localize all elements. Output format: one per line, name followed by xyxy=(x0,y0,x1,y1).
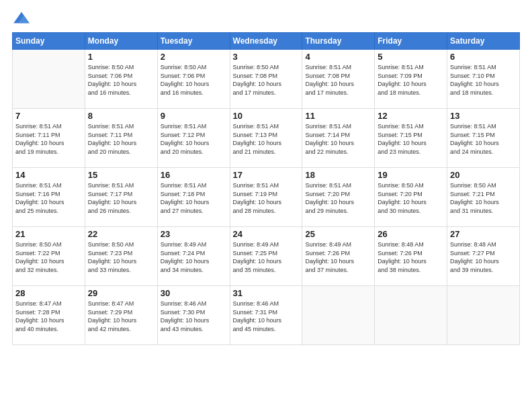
weekday-header: Monday xyxy=(85,33,157,50)
day-info: Sunrise: 8:51 AM Sunset: 7:11 PM Dayligh… xyxy=(15,122,82,156)
day-number: 14 xyxy=(15,170,82,180)
calendar-cell: 6Sunrise: 8:51 AM Sunset: 7:10 PM Daylig… xyxy=(447,50,520,109)
weekday-header: Friday xyxy=(375,33,447,50)
day-number: 12 xyxy=(378,111,444,121)
calendar-cell: 14Sunrise: 8:51 AM Sunset: 7:16 PM Dayli… xyxy=(13,168,85,227)
day-info: Sunrise: 8:49 AM Sunset: 7:26 PM Dayligh… xyxy=(305,240,371,274)
day-number: 28 xyxy=(15,288,82,298)
calendar-cell: 25Sunrise: 8:49 AM Sunset: 7:26 PM Dayli… xyxy=(302,227,375,286)
calendar-cell: 31Sunrise: 8:46 AM Sunset: 7:31 PM Dayli… xyxy=(230,286,302,345)
day-info: Sunrise: 8:47 AM Sunset: 7:29 PM Dayligh… xyxy=(88,300,154,333)
day-info: Sunrise: 8:51 AM Sunset: 7:11 PM Dayligh… xyxy=(88,122,154,156)
day-number: 18 xyxy=(305,170,371,180)
header xyxy=(12,11,520,26)
calendar-cell: 23Sunrise: 8:49 AM Sunset: 7:24 PM Dayli… xyxy=(157,227,230,286)
day-number: 1 xyxy=(88,52,154,62)
day-info: Sunrise: 8:50 AM Sunset: 7:20 PM Dayligh… xyxy=(378,181,444,215)
calendar-week-row: 21Sunrise: 8:50 AM Sunset: 7:22 PM Dayli… xyxy=(13,227,520,286)
weekday-header: Tuesday xyxy=(157,33,230,50)
calendar-cell: 26Sunrise: 8:48 AM Sunset: 7:26 PM Dayli… xyxy=(375,227,447,286)
calendar-cell: 15Sunrise: 8:51 AM Sunset: 7:17 PM Dayli… xyxy=(85,168,157,227)
day-info: Sunrise: 8:49 AM Sunset: 7:24 PM Dayligh… xyxy=(161,240,227,274)
day-info: Sunrise: 8:51 AM Sunset: 7:17 PM Dayligh… xyxy=(88,181,154,215)
day-number: 27 xyxy=(450,229,517,239)
day-number: 24 xyxy=(233,229,300,239)
day-info: Sunrise: 8:50 AM Sunset: 7:08 PM Dayligh… xyxy=(233,63,300,97)
day-info: Sunrise: 8:51 AM Sunset: 7:20 PM Dayligh… xyxy=(305,181,371,215)
day-info: Sunrise: 8:50 AM Sunset: 7:23 PM Dayligh… xyxy=(88,240,154,274)
day-number: 11 xyxy=(305,111,371,121)
day-info: Sunrise: 8:51 AM Sunset: 7:12 PM Dayligh… xyxy=(161,122,227,156)
day-info: Sunrise: 8:50 AM Sunset: 7:21 PM Dayligh… xyxy=(450,181,517,215)
calendar-cell: 22Sunrise: 8:50 AM Sunset: 7:23 PM Dayli… xyxy=(85,227,157,286)
day-info: Sunrise: 8:51 AM Sunset: 7:16 PM Dayligh… xyxy=(15,181,82,215)
calendar-cell: 9Sunrise: 8:51 AM Sunset: 7:12 PM Daylig… xyxy=(157,109,230,168)
day-number: 31 xyxy=(233,288,300,298)
calendar-cell: 1Sunrise: 8:50 AM Sunset: 7:06 PM Daylig… xyxy=(85,50,157,109)
day-number: 8 xyxy=(88,111,154,121)
calendar-cell: 13Sunrise: 8:51 AM Sunset: 7:15 PM Dayli… xyxy=(447,109,520,168)
day-number: 21 xyxy=(15,229,82,239)
calendar-cell: 3Sunrise: 8:50 AM Sunset: 7:08 PM Daylig… xyxy=(230,50,302,109)
calendar-cell: 5Sunrise: 8:51 AM Sunset: 7:09 PM Daylig… xyxy=(375,50,447,109)
day-info: Sunrise: 8:46 AM Sunset: 7:31 PM Dayligh… xyxy=(233,300,300,333)
calendar-cell: 21Sunrise: 8:50 AM Sunset: 7:22 PM Dayli… xyxy=(13,227,85,286)
calendar-cell: 8Sunrise: 8:51 AM Sunset: 7:11 PM Daylig… xyxy=(85,109,157,168)
calendar-week-row: 1Sunrise: 8:50 AM Sunset: 7:06 PM Daylig… xyxy=(13,50,520,109)
day-number: 30 xyxy=(161,288,227,298)
day-number: 4 xyxy=(305,52,371,62)
calendar-cell: 12Sunrise: 8:51 AM Sunset: 7:15 PM Dayli… xyxy=(375,109,447,168)
day-number: 15 xyxy=(88,170,154,180)
day-number: 5 xyxy=(378,52,444,62)
day-info: Sunrise: 8:51 AM Sunset: 7:15 PM Dayligh… xyxy=(450,122,517,156)
day-info: Sunrise: 8:51 AM Sunset: 7:09 PM Dayligh… xyxy=(378,63,444,97)
calendar-cell: 16Sunrise: 8:51 AM Sunset: 7:18 PM Dayli… xyxy=(157,168,230,227)
day-info: Sunrise: 8:48 AM Sunset: 7:26 PM Dayligh… xyxy=(378,240,444,274)
calendar-week-row: 14Sunrise: 8:51 AM Sunset: 7:16 PM Dayli… xyxy=(13,168,520,227)
day-info: Sunrise: 8:47 AM Sunset: 7:28 PM Dayligh… xyxy=(15,300,82,333)
calendar-cell xyxy=(302,286,375,345)
calendar-week-row: 7Sunrise: 8:51 AM Sunset: 7:11 PM Daylig… xyxy=(13,109,520,168)
day-info: Sunrise: 8:51 AM Sunset: 7:19 PM Dayligh… xyxy=(233,181,300,215)
day-info: Sunrise: 8:51 AM Sunset: 7:14 PM Dayligh… xyxy=(305,122,371,156)
day-number: 6 xyxy=(450,52,517,62)
page: SundayMondayTuesdayWednesdayThursdayFrid… xyxy=(0,0,532,411)
day-info: Sunrise: 8:51 AM Sunset: 7:18 PM Dayligh… xyxy=(161,181,227,215)
day-number: 22 xyxy=(88,229,154,239)
day-info: Sunrise: 8:50 AM Sunset: 7:06 PM Dayligh… xyxy=(161,63,227,97)
day-info: Sunrise: 8:50 AM Sunset: 7:22 PM Dayligh… xyxy=(15,240,82,274)
day-info: Sunrise: 8:51 AM Sunset: 7:13 PM Dayligh… xyxy=(233,122,300,156)
day-info: Sunrise: 8:51 AM Sunset: 7:15 PM Dayligh… xyxy=(378,122,444,156)
calendar-cell xyxy=(375,286,447,345)
calendar-cell xyxy=(13,50,85,109)
calendar-cell: 2Sunrise: 8:50 AM Sunset: 7:06 PM Daylig… xyxy=(157,50,230,109)
day-number: 9 xyxy=(161,111,227,121)
day-info: Sunrise: 8:51 AM Sunset: 7:10 PM Dayligh… xyxy=(450,63,517,97)
weekday-header: Thursday xyxy=(302,33,375,50)
calendar-cell: 10Sunrise: 8:51 AM Sunset: 7:13 PM Dayli… xyxy=(230,109,302,168)
day-number: 26 xyxy=(378,229,444,239)
day-info: Sunrise: 8:46 AM Sunset: 7:30 PM Dayligh… xyxy=(161,300,227,333)
calendar-cell: 19Sunrise: 8:50 AM Sunset: 7:20 PM Dayli… xyxy=(375,168,447,227)
day-number: 2 xyxy=(161,52,227,62)
logo-icon xyxy=(12,11,31,26)
calendar-cell: 24Sunrise: 8:49 AM Sunset: 7:25 PM Dayli… xyxy=(230,227,302,286)
day-number: 13 xyxy=(450,111,517,121)
day-number: 17 xyxy=(233,170,300,180)
calendar-week-row: 28Sunrise: 8:47 AM Sunset: 7:28 PM Dayli… xyxy=(13,286,520,345)
day-number: 25 xyxy=(305,229,371,239)
calendar-table: SundayMondayTuesdayWednesdayThursdayFrid… xyxy=(12,32,520,345)
calendar-cell: 29Sunrise: 8:47 AM Sunset: 7:29 PM Dayli… xyxy=(85,286,157,345)
day-number: 10 xyxy=(233,111,300,121)
day-number: 19 xyxy=(378,170,444,180)
logo xyxy=(12,11,34,26)
calendar-cell: 30Sunrise: 8:46 AM Sunset: 7:30 PM Dayli… xyxy=(157,286,230,345)
calendar-cell: 7Sunrise: 8:51 AM Sunset: 7:11 PM Daylig… xyxy=(13,109,85,168)
day-number: 20 xyxy=(450,170,517,180)
day-number: 3 xyxy=(233,52,300,62)
calendar-cell: 28Sunrise: 8:47 AM Sunset: 7:28 PM Dayli… xyxy=(13,286,85,345)
calendar-cell: 4Sunrise: 8:51 AM Sunset: 7:08 PM Daylig… xyxy=(302,50,375,109)
weekday-header: Sunday xyxy=(13,33,85,50)
calendar-cell: 11Sunrise: 8:51 AM Sunset: 7:14 PM Dayli… xyxy=(302,109,375,168)
weekday-header: Wednesday xyxy=(230,33,302,50)
